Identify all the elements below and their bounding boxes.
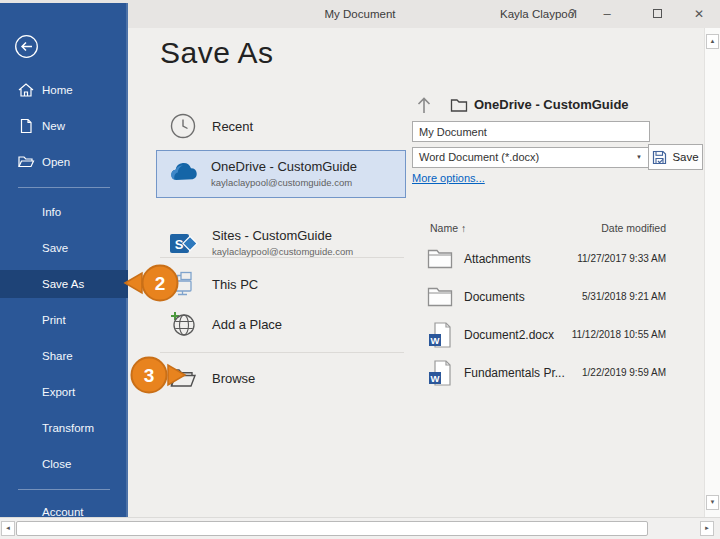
page-title: Save As [160, 36, 274, 70]
sidebar-item-label: Save As [42, 270, 84, 298]
help-icon[interactable]: ? [562, 0, 582, 28]
sidebar-item-account[interactable]: Account [0, 501, 128, 517]
file-row-documents[interactable]: Documents 5/31/2018 9:21 AM [412, 278, 670, 316]
sidebar-item-label: Transform [42, 417, 94, 439]
close-icon[interactable]: ✕ [685, 0, 713, 28]
location-folder-icon [450, 98, 468, 113]
sort-ascending-icon: ↑ [461, 222, 466, 234]
sidebar-item-save-as-active[interactable]: Save As [0, 270, 128, 298]
place-sublabel: kaylaclaypool@customguide.com [211, 177, 352, 188]
sidebar-item-open[interactable]: Open [0, 151, 128, 173]
clock-icon [168, 111, 198, 141]
vertical-scrollbar[interactable]: ▲ ▼ [704, 28, 720, 517]
sidebar-item-home[interactable]: Home [0, 79, 128, 101]
sidebar-item-share[interactable]: Share [0, 345, 128, 367]
document-title: My Document [300, 0, 420, 28]
back-button[interactable] [14, 34, 39, 59]
sidebar-item-info[interactable]: Info [0, 201, 128, 223]
sidebar-item-close[interactable]: Close [0, 453, 128, 475]
sidebar-item-print[interactable]: Print [0, 309, 128, 331]
word-document-icon: W [426, 321, 454, 349]
file-row-attachments[interactable]: Attachments 11/27/2017 9:33 AM [412, 240, 670, 278]
place-sublabel: kaylaclaypool@customguide.com [212, 246, 353, 257]
chevron-down-icon: ▼ [636, 148, 642, 167]
file-date: 1/22/2019 9:59 AM [548, 354, 666, 392]
horizontal-scrollbar[interactable]: ◄ ► [0, 517, 720, 539]
scroll-up-icon[interactable]: ▲ [706, 34, 719, 49]
folder-icon [426, 245, 454, 273]
word-backstage-window: My Document Kayla Claypool ? – ✕ Home Ne… [0, 0, 720, 539]
place-sites[interactable]: S Sites - CustomGuide kaylaclaypool@cust… [128, 220, 406, 268]
file-row-fundamentals[interactable]: W Fundamentals Pr... 1/22/2019 9:59 AM [412, 354, 670, 392]
place-recent[interactable]: Recent [128, 106, 406, 146]
backstage-sidebar: Home New Open Info Save Save As Print Sh… [0, 3, 128, 517]
more-options-link[interactable]: More options... [412, 172, 485, 184]
place-add-a-place[interactable]: Add a Place [128, 304, 406, 344]
sidebar-item-label: Export [42, 381, 75, 403]
sidebar-divider [18, 187, 110, 188]
place-label: Add a Place [212, 317, 282, 332]
file-name: Document2.docx [464, 316, 554, 354]
sidebar-item-label: Account [42, 501, 84, 517]
place-label: Sites - CustomGuide [212, 228, 332, 243]
scroll-down-icon[interactable]: ▼ [706, 495, 719, 510]
callout-number: 2 [155, 273, 166, 294]
file-type-dropdown[interactable]: Word Document (*.docx) ▼ [412, 147, 650, 168]
places-divider [160, 352, 404, 353]
maximize-icon[interactable] [643, 0, 671, 28]
sidebar-item-transform[interactable]: Transform [0, 417, 128, 439]
callout-badge-2: 2 [122, 263, 182, 303]
file-date: 11/12/2018 10:55 AM [548, 316, 666, 354]
name-header-label: Name [430, 222, 458, 234]
up-arrow-icon [414, 94, 434, 116]
minimize-icon[interactable]: – [593, 0, 621, 28]
up-directory-button[interactable] [414, 94, 434, 116]
file-date: 11/27/2017 9:33 AM [548, 240, 666, 278]
place-label: Recent [212, 119, 253, 134]
scroll-right-icon[interactable]: ► [700, 521, 714, 536]
sidebar-item-label: Open [42, 151, 70, 173]
sidebar-item-label: Close [42, 453, 71, 475]
file-name: Attachments [464, 240, 531, 278]
sidebar-item-label: Info [42, 201, 61, 223]
maximize-box-glyph [653, 9, 662, 18]
place-onedrive-selected[interactable]: OneDrive - CustomGuide kaylaclaypool@cus… [156, 150, 406, 198]
file-type-value: Word Document (*.docx) [419, 151, 539, 163]
sidebar-item-label: Print [42, 309, 66, 331]
save-as-content: Save As Recent OneDrive - CustomGuide ka… [128, 28, 704, 517]
open-folder-icon [17, 154, 35, 170]
scroll-left-icon[interactable]: ◄ [1, 521, 15, 536]
home-icon [17, 82, 35, 98]
file-row-document2[interactable]: W Document2.docx 11/12/2018 10:55 AM [412, 316, 670, 354]
sidebar-divider [18, 489, 110, 490]
horizontal-scrollbar-thumb[interactable] [16, 521, 648, 536]
current-location-label[interactable]: OneDrive - CustomGuide [474, 97, 629, 112]
back-arrow-icon [14, 34, 39, 59]
globe-plus-icon [168, 309, 198, 339]
callout-badge-3: 3 [126, 355, 188, 395]
name-column-header[interactable]: Name ↑ [430, 222, 466, 234]
save-button[interactable]: Save [648, 144, 703, 170]
place-label: This PC [212, 277, 258, 292]
sidebar-item-label: Share [42, 345, 73, 367]
onedrive-cloud-icon [167, 160, 201, 188]
sidebar-item-save[interactable]: Save [0, 237, 128, 259]
new-document-icon [17, 118, 35, 134]
sharepoint-icon: S [168, 229, 198, 259]
svg-text:W: W [431, 373, 440, 384]
word-document-icon: W [426, 359, 454, 387]
file-name: Documents [464, 278, 525, 316]
svg-text:W: W [431, 335, 440, 346]
places-divider [160, 257, 404, 258]
sidebar-item-label: Save [42, 237, 68, 259]
sidebar-item-label: Home [42, 79, 73, 101]
sidebar-item-export[interactable]: Export [0, 381, 128, 403]
sidebar-item-new[interactable]: New [0, 115, 128, 137]
folder-icon [426, 283, 454, 311]
date-modified-column-header[interactable]: Date modified [548, 222, 666, 234]
place-label: Browse [212, 371, 255, 386]
filename-input[interactable] [412, 121, 650, 142]
callout-number: 3 [144, 365, 155, 386]
svg-text:S: S [175, 237, 184, 252]
save-button-label: Save [672, 151, 698, 163]
